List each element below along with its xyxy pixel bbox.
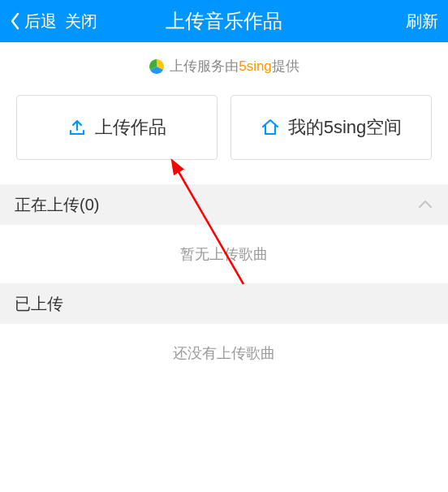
uploading-section-label: 正在上传(0): [15, 194, 99, 216]
uploaded-empty-text: 还没有上传歌曲: [0, 324, 448, 382]
chevron-up-icon: [417, 196, 433, 213]
provider-bar: 上传服务由5sing提供: [0, 42, 448, 95]
back-group: 后退 关闭: [10, 11, 97, 32]
uploaded-section-header[interactable]: 已上传: [0, 283, 448, 324]
chevron-left-icon[interactable]: [10, 11, 21, 31]
action-buttons-row: 上传作品 我的5sing空间: [0, 95, 448, 160]
my-space-button[interactable]: 我的5sing空间: [230, 95, 432, 160]
provider-text: 上传服务由5sing提供: [170, 57, 299, 76]
app-header: 后退 关闭 上传音乐作品 刷新: [0, 0, 448, 42]
provider-suffix: 提供: [272, 58, 299, 74]
upload-work-label: 上传作品: [95, 115, 166, 140]
provider-brand: 5sing: [239, 58, 272, 74]
home-icon: [261, 118, 280, 137]
uploading-empty-text: 暂无上传歌曲: [0, 225, 448, 283]
page-title: 上传音乐作品: [166, 8, 282, 34]
upload-icon: [67, 118, 87, 137]
uploaded-section-label: 已上传: [15, 293, 63, 315]
uploading-section-header[interactable]: 正在上传(0): [0, 184, 448, 225]
upload-work-button[interactable]: 上传作品: [16, 95, 218, 160]
refresh-button[interactable]: 刷新: [406, 11, 438, 32]
provider-prefix: 上传服务由: [170, 58, 239, 74]
back-button[interactable]: 后退: [24, 11, 57, 32]
my-space-label: 我的5sing空间: [288, 115, 403, 140]
provider-logo-icon: [149, 58, 165, 75]
close-button[interactable]: 关闭: [65, 11, 97, 32]
